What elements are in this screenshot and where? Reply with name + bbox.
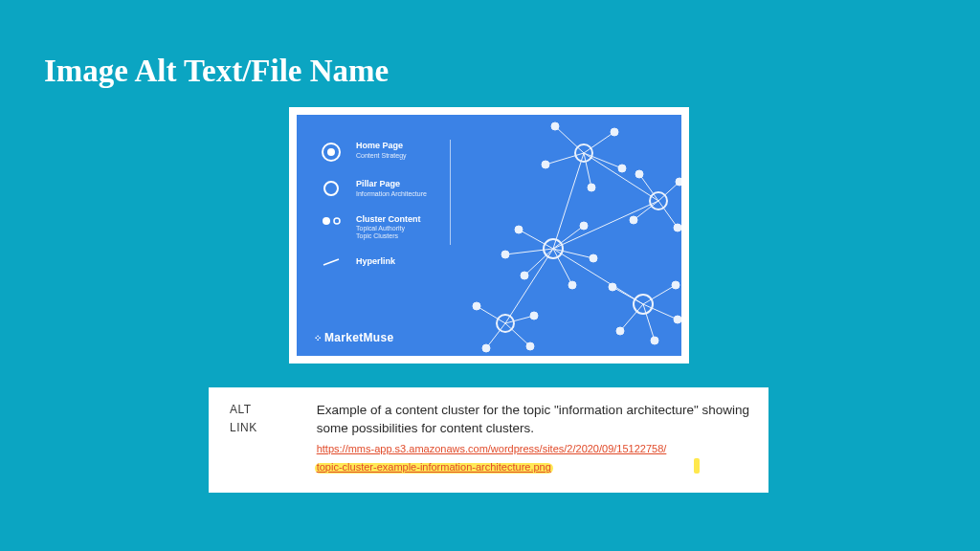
image-url-link[interactable]: https://mms-app.s3.amazonaws.com/wordpre… <box>317 443 667 473</box>
legend-row-cluster: Cluster Content Topical Authority Topic … <box>320 215 427 240</box>
legend-sub: Topical Authority Topic Clusters <box>356 225 421 239</box>
svg-point-37 <box>672 281 679 289</box>
stray-highlight-mark <box>694 458 700 474</box>
svg-point-4 <box>611 128 618 136</box>
svg-line-54 <box>553 153 584 249</box>
legend-title: Hyperlink <box>356 257 395 267</box>
home-page-icon <box>320 142 343 163</box>
legend-title: Cluster Content <box>356 215 421 225</box>
svg-line-51 <box>505 323 530 346</box>
svg-line-29 <box>553 249 572 285</box>
svg-line-25 <box>553 249 593 258</box>
svg-point-8 <box>618 165 626 172</box>
svg-line-38 <box>643 304 678 320</box>
legend-divider <box>450 140 451 245</box>
url-part-1: https://mms-app.s3.amazonaws.com/wordpre… <box>317 443 667 454</box>
alt-body-column: Example of a content cluster for the top… <box>317 401 751 483</box>
svg-point-11 <box>650 192 667 209</box>
svg-line-53 <box>584 153 658 201</box>
svg-point-28 <box>521 272 528 279</box>
brand-text: MarketMuse <box>324 331 393 344</box>
svg-line-57 <box>505 249 553 323</box>
svg-line-9 <box>584 153 591 187</box>
slide-title: Image Alt Text/File Name <box>44 54 389 89</box>
svg-point-10 <box>588 184 595 191</box>
pillar-page-icon <box>320 180 343 197</box>
svg-line-49 <box>486 323 505 348</box>
svg-point-2 <box>551 122 559 130</box>
svg-point-60 <box>324 182 338 195</box>
svg-point-62 <box>334 218 340 224</box>
svg-point-20 <box>544 239 563 258</box>
svg-point-19 <box>630 216 637 224</box>
svg-point-39 <box>674 316 681 323</box>
svg-line-45 <box>477 306 505 323</box>
svg-point-48 <box>530 312 538 320</box>
svg-point-33 <box>634 295 653 314</box>
svg-line-14 <box>658 182 679 201</box>
svg-point-41 <box>616 327 624 335</box>
legend-row-pillar: Pillar Page Information Architecture <box>320 180 427 198</box>
svg-line-40 <box>620 304 643 331</box>
svg-point-61 <box>323 217 330 225</box>
svg-line-18 <box>634 201 658 220</box>
svg-point-30 <box>568 281 576 289</box>
svg-line-12 <box>639 174 658 201</box>
url-highlighted: topic-cluster-example-information-archit… <box>317 461 551 473</box>
svg-line-31 <box>505 249 553 254</box>
svg-line-5 <box>546 153 584 165</box>
diagram-legend: Home Page Content Strategy Pillar Page I… <box>320 142 427 284</box>
legend-row-hyperlink: Hyperlink <box>320 257 427 267</box>
diagram-card: Home Page Content Strategy Pillar Page I… <box>289 107 689 364</box>
svg-point-59 <box>327 148 335 156</box>
legend-row-home: Home Page Content Strategy <box>320 142 427 163</box>
svg-point-46 <box>473 302 480 310</box>
svg-line-7 <box>584 153 622 168</box>
alt-description: Example of a content cluster for the top… <box>317 401 751 437</box>
svg-point-24 <box>580 222 588 230</box>
hyperlink-icon <box>320 257 343 267</box>
legend-title: Pillar Page <box>356 180 427 189</box>
svg-point-52 <box>526 342 534 350</box>
svg-line-3 <box>584 132 614 153</box>
legend-title: Home Page <box>356 142 407 151</box>
legend-sub: Content Strategy <box>356 152 407 160</box>
svg-point-13 <box>635 170 643 178</box>
svg-point-44 <box>497 315 514 332</box>
svg-line-23 <box>553 226 584 249</box>
svg-point-22 <box>515 226 523 233</box>
diagram-inner: Home Page Content Strategy Pillar Page I… <box>297 115 681 356</box>
svg-point-43 <box>651 337 658 344</box>
alt-label: ALT <box>230 401 257 419</box>
svg-line-1 <box>555 126 584 153</box>
svg-line-47 <box>505 316 534 323</box>
svg-point-35 <box>609 283 616 291</box>
alt-text-panel: ALT LINK Example of a content cluster fo… <box>209 387 768 493</box>
svg-line-36 <box>643 285 676 304</box>
svg-point-17 <box>674 224 681 231</box>
svg-line-16 <box>658 201 678 228</box>
svg-line-42 <box>643 304 655 341</box>
svg-point-0 <box>575 144 592 162</box>
svg-line-63 <box>323 259 339 265</box>
legend-sub: Information Architecture <box>356 190 427 198</box>
brand-label: ⁘MarketMuse <box>314 331 393 344</box>
svg-point-32 <box>501 251 509 258</box>
svg-point-50 <box>482 344 490 352</box>
svg-line-21 <box>519 230 553 249</box>
svg-line-34 <box>612 287 643 304</box>
svg-line-55 <box>553 249 643 304</box>
svg-line-27 <box>524 249 553 276</box>
link-label: LINK <box>230 419 257 437</box>
alt-labels-column: ALT LINK <box>230 401 257 483</box>
url-part-2: topic-cluster-example-information-archit… <box>317 461 551 473</box>
svg-point-6 <box>542 161 549 168</box>
svg-point-26 <box>590 254 597 262</box>
svg-point-15 <box>676 178 681 186</box>
svg-line-56 <box>553 201 658 249</box>
brand-dots-icon: ⁘ <box>314 333 321 343</box>
cluster-content-icon <box>320 215 343 227</box>
